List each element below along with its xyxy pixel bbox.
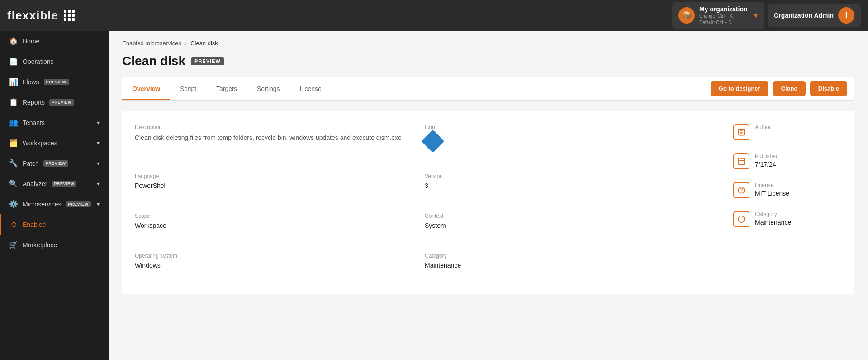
org-shortcuts: Change: Ctrl + K Default: Ctrl + D [699, 14, 733, 25]
org-switcher[interactable]: 📦 My organization Change: Ctrl + K Defau… [672, 2, 764, 29]
sidebar-item-microservices[interactable]: ⚙️ Microservices PREVIEW ▾ [0, 194, 109, 214]
overview-right: Author Published 7/17/24 [715, 124, 842, 282]
sidebar-item-workspaces[interactable]: 🗂️ Workspaces ▾ [0, 133, 109, 153]
sidebar-item-label: Marketplace [23, 241, 57, 249]
scope-label: Scope [135, 213, 407, 219]
category-field: Category Maintenance [425, 253, 697, 269]
tabs: Overview Script Targets Settings License [122, 79, 332, 99]
chevron-icon: ▾ [97, 140, 100, 146]
page-title: Clean disk [122, 54, 185, 68]
category-label: Category [425, 253, 697, 259]
sidebar: 🏠 Home 📄 Operations 📊 Flows PREVIEW 📋 Re… [0, 31, 109, 360]
published-item: Published 7/17/24 [733, 153, 842, 169]
os-category-row: Operating system Windows Category Mainte… [135, 253, 697, 282]
sidebar-item-reports[interactable]: 📋 Reports PREVIEW [0, 92, 109, 112]
sidebar-category-item: Category Maintenance [733, 211, 842, 227]
scope-context-row: Scope Workspace Context System [135, 213, 697, 242]
context-value: System [425, 222, 697, 229]
flows-preview-badge: PREVIEW [44, 79, 69, 85]
author-text: Author [755, 124, 771, 132]
clone-button[interactable]: Clone [773, 81, 806, 96]
tab-actions: Go to designer Clone Disable [703, 77, 854, 100]
breadcrumb-parent[interactable]: Enabled microservices [122, 40, 181, 47]
sidebar-category-icon [733, 211, 749, 227]
enabled-icon: ⊙ [9, 220, 18, 229]
sidebar-item-label: Microservices [23, 201, 62, 208]
sidebar-item-label: Flows [23, 78, 39, 86]
analyzer-preview-badge: PREVIEW [52, 181, 76, 187]
svg-rect-4 [738, 158, 745, 165]
os-value: Windows [135, 262, 407, 269]
tab-targets[interactable]: Targets [206, 79, 247, 100]
version-value: 3 [425, 182, 697, 189]
breadcrumb-current: Clean disk [190, 40, 218, 47]
desc-icon-row: Description Clean disk deleting files fr… [135, 124, 697, 162]
tab-license[interactable]: License [290, 79, 332, 100]
org-info: My organization Change: Ctrl + K Default… [699, 5, 748, 25]
description-value: Clean disk deleting files from temp fold… [135, 133, 407, 143]
description-label: Description [135, 124, 407, 130]
reports-icon: 📋 [9, 98, 18, 106]
license-item: License MIT License [733, 182, 842, 198]
grid-icon[interactable] [64, 10, 75, 21]
context-label: Context [425, 213, 697, 219]
microservices-icon: ⚙️ [9, 200, 18, 208]
published-icon [733, 153, 749, 169]
chevron-icon: ▾ [97, 120, 100, 126]
flows-icon: 📊 [9, 77, 18, 86]
chevron-icon: ▾ [97, 160, 100, 167]
home-icon: 🏠 [9, 37, 18, 45]
sidebar-item-label: Workspaces [23, 139, 57, 147]
tabs-row: Overview Script Targets Settings License… [122, 77, 854, 101]
sidebar-item-label: Patch [23, 160, 39, 167]
author-item: Author [733, 124, 842, 140]
sidebar-item-tenants[interactable]: 👥 Tenants ▾ [0, 112, 109, 133]
tab-script[interactable]: Script [170, 79, 206, 100]
chevron-icon: ▾ [97, 201, 100, 207]
page-title-row: Clean disk PREVIEW [122, 54, 854, 68]
language-value: PowerShell [135, 182, 407, 189]
tenants-icon: 👥 [9, 118, 18, 127]
language-field: Language PowerShell [135, 173, 407, 189]
user-name: Organization Admin [774, 12, 834, 19]
breadcrumb: Enabled microservices › Clean disk [122, 40, 854, 47]
sidebar-item-marketplace[interactable]: 🛒 Marketplace [0, 235, 109, 255]
org-name: My organization [699, 5, 748, 13]
sidebar-item-flows[interactable]: 📊 Flows PREVIEW [0, 72, 109, 92]
header-right: 📦 My organization Change: Ctrl + K Defau… [672, 2, 861, 29]
sidebar-item-patch[interactable]: 🔧 Patch PREVIEW ▾ [0, 153, 109, 173]
marketplace-icon: 🛒 [9, 240, 18, 249]
published-label: Published [755, 153, 779, 159]
scope-value: Workspace [135, 222, 407, 229]
reports-preview-badge: PREVIEW [49, 99, 74, 106]
org-icon: 📦 [678, 7, 695, 24]
sidebar-item-home[interactable]: 🏠 Home [0, 31, 109, 51]
breadcrumb-separator: › [185, 40, 187, 47]
tab-settings[interactable]: Settings [247, 79, 290, 100]
sidebar-item-label: Enabled [23, 221, 46, 228]
patch-icon: 🔧 [9, 159, 18, 168]
microservices-preview-badge: PREVIEW [66, 201, 91, 207]
analyzer-icon: 🔍 [9, 179, 18, 188]
os-label: Operating system [135, 253, 407, 259]
main-layout: 🏠 Home 📄 Operations 📊 Flows PREVIEW 📋 Re… [0, 31, 868, 360]
icon-field: Icon [425, 124, 697, 149]
sidebar-item-operations[interactable]: 📄 Operations [0, 51, 109, 72]
service-icon [422, 130, 445, 153]
published-value: 7/17/24 [755, 161, 779, 168]
page-preview-tag: PREVIEW [191, 57, 224, 65]
license-value: MIT License [755, 190, 789, 197]
disable-button[interactable]: Disable [810, 81, 847, 96]
svg-point-9 [741, 192, 742, 192]
patch-preview-badge: PREVIEW [43, 160, 68, 167]
sidebar-item-enabled[interactable]: ⊙ Enabled [0, 214, 109, 235]
go-to-designer-button[interactable]: Go to designer [711, 81, 768, 96]
tab-overview[interactable]: Overview [122, 79, 170, 100]
sidebar-item-label: Analyzer [23, 180, 47, 187]
sidebar-item-analyzer[interactable]: 🔍 Analyzer PREVIEW ▾ [0, 173, 109, 194]
license-icon [733, 182, 749, 198]
sidebar-item-label: Home [23, 38, 39, 45]
main-content: Enabled microservices › Clean disk Clean… [109, 31, 868, 360]
sidebar-item-label: Reports [23, 99, 45, 106]
author-icon [733, 124, 749, 140]
